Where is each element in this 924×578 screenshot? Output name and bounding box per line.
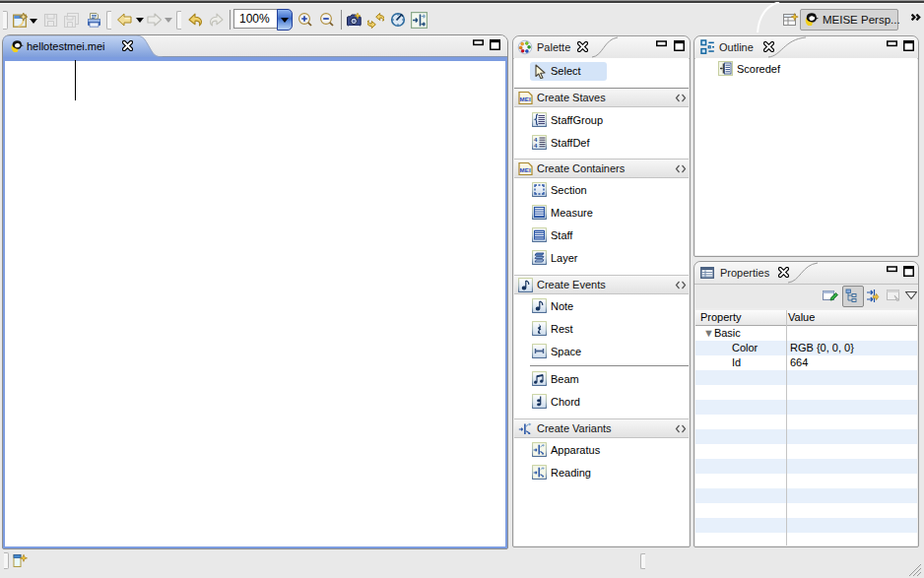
svg-text:MEI: MEI <box>520 95 531 101</box>
svg-text:MEI: MEI <box>520 165 531 172</box>
